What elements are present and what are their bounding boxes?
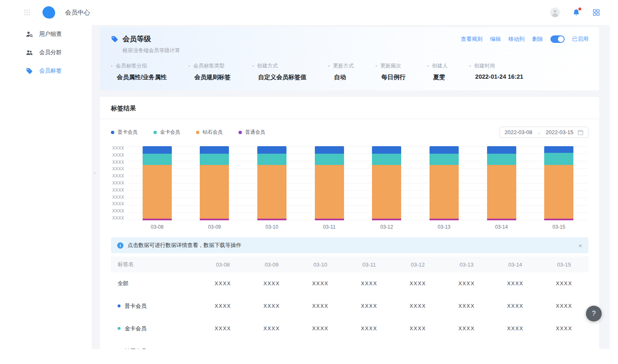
apps-grid-icon[interactable] bbox=[592, 8, 600, 17]
stacked-bar-03-13[interactable] bbox=[430, 146, 459, 220]
table-cell[interactable]: XXXX bbox=[247, 326, 296, 332]
table-cell[interactable]: XXXX bbox=[198, 326, 247, 332]
close-icon[interactable]: × bbox=[578, 242, 582, 249]
table-cell[interactable]: XXXX bbox=[345, 348, 394, 349]
bar-segment[interactable] bbox=[200, 219, 229, 220]
bar-segment[interactable] bbox=[487, 219, 516, 220]
date-range-picker[interactable]: 2022-03-08 → 2022-03-15 bbox=[500, 127, 588, 138]
table-cell[interactable]: XXXX bbox=[491, 281, 540, 287]
table-row[interactable]: 钻石会员XXXXXXXXXXXXXXXXXXXXXXXXXXXXXXXX bbox=[111, 340, 588, 349]
bar-segment[interactable] bbox=[430, 146, 459, 154]
table-cell[interactable]: XXXX bbox=[345, 326, 394, 332]
stacked-bar-03-15[interactable] bbox=[544, 146, 573, 220]
sidebar-item-user-inspect[interactable]: 用户细查 bbox=[0, 25, 92, 43]
main-content: ‹ 会员等级 查看规则编辑移动到删除 已启用 bbox=[92, 25, 610, 349]
sidebar-item-member-tag[interactable]: 会员标签 bbox=[0, 62, 92, 80]
stacked-bar-03-14[interactable] bbox=[487, 146, 516, 220]
view-rules-button[interactable]: 查看规则 bbox=[461, 35, 482, 43]
bar-segment[interactable] bbox=[143, 165, 172, 219]
bar-segment[interactable] bbox=[257, 154, 286, 165]
bar-segment[interactable] bbox=[143, 146, 172, 154]
bar-segment[interactable] bbox=[487, 165, 516, 219]
table-cell[interactable]: XXXX bbox=[540, 348, 588, 349]
bar-segment[interactable] bbox=[372, 165, 401, 219]
table-cell[interactable]: XXXX bbox=[394, 303, 442, 309]
table-cell[interactable]: XXXX bbox=[247, 281, 296, 287]
table-cell[interactable]: XXXX bbox=[247, 348, 296, 349]
bar-segment[interactable] bbox=[315, 146, 344, 154]
table-cell[interactable]: XXXX bbox=[491, 348, 540, 349]
bar-segment[interactable] bbox=[257, 165, 286, 219]
table-row[interactable]: 全部XXXXXXXXXXXXXXXXXXXXXXXXXXXXXXXX bbox=[111, 272, 588, 295]
sidebar-collapse-handle[interactable]: ‹ bbox=[92, 170, 98, 176]
bar-segment[interactable] bbox=[430, 165, 459, 219]
stacked-bar-03-12[interactable] bbox=[372, 146, 401, 220]
legend-item[interactable]: 金卡会员 bbox=[153, 129, 180, 136]
table-cell[interactable]: XXXX bbox=[296, 281, 345, 287]
table-cell[interactable]: XXXX bbox=[394, 281, 442, 287]
table-row[interactable]: 金卡会员XXXXXXXXXXXXXXXXXXXXXXXXXXXXXXXX bbox=[111, 317, 588, 340]
table-cell[interactable]: XXXX bbox=[540, 326, 588, 332]
bar-segment[interactable] bbox=[372, 154, 401, 165]
table-cell[interactable]: XXXX bbox=[296, 326, 345, 332]
table-cell[interactable]: XXXX bbox=[442, 281, 491, 287]
table-cell[interactable]: XXXX bbox=[442, 348, 491, 349]
bar-segment[interactable] bbox=[372, 146, 401, 154]
table-cell[interactable]: XXXX bbox=[345, 303, 394, 309]
bar-segment[interactable] bbox=[430, 154, 459, 165]
bar-segment[interactable] bbox=[315, 219, 344, 220]
table-cell[interactable]: XXXX bbox=[296, 303, 345, 309]
help-button[interactable]: ? bbox=[586, 306, 602, 322]
table-cell[interactable]: XXXX bbox=[345, 281, 394, 287]
bar-segment[interactable] bbox=[200, 146, 229, 154]
legend-item[interactable]: 普通会员 bbox=[239, 129, 265, 136]
stacked-bar-03-09[interactable] bbox=[200, 146, 229, 220]
bar-segment[interactable] bbox=[430, 219, 459, 220]
calendar-icon[interactable] bbox=[578, 130, 583, 135]
bar-segment[interactable] bbox=[200, 165, 229, 219]
bar-segment[interactable] bbox=[544, 146, 573, 153]
table-cell[interactable]: XXXX bbox=[394, 348, 442, 349]
bar-segment[interactable] bbox=[200, 154, 229, 165]
table-cell[interactable]: XXXX bbox=[198, 303, 247, 309]
bar-segment[interactable] bbox=[315, 165, 344, 219]
delete-button[interactable]: 删除 bbox=[532, 35, 543, 43]
bar-segment[interactable] bbox=[257, 146, 286, 154]
date-start[interactable]: 2022-03-08 bbox=[505, 129, 533, 135]
table-cell[interactable]: XXXX bbox=[442, 303, 491, 309]
bar-segment[interactable] bbox=[143, 219, 172, 220]
bar-segment[interactable] bbox=[544, 153, 573, 165]
bar-segment[interactable] bbox=[372, 219, 401, 220]
notification-bell-icon[interactable] bbox=[572, 8, 580, 17]
stacked-bar-03-10[interactable] bbox=[257, 146, 286, 220]
stacked-bar-03-11[interactable] bbox=[315, 146, 344, 220]
bar-segment[interactable] bbox=[315, 154, 344, 165]
table-cell[interactable]: XXXX bbox=[394, 326, 442, 332]
bar-segment[interactable] bbox=[143, 154, 172, 165]
move-to-button[interactable]: 移动到 bbox=[508, 35, 525, 43]
user-avatar-icon[interactable] bbox=[550, 7, 560, 18]
bar-segment[interactable] bbox=[544, 165, 573, 219]
table-cell[interactable]: XXXX bbox=[296, 348, 345, 349]
table-cell[interactable]: XXXX bbox=[198, 281, 247, 287]
sidebar-item-member-segment[interactable]: 会员分群 bbox=[0, 43, 92, 62]
date-end[interactable]: 2022-03-15 bbox=[546, 129, 574, 135]
grid-dots-icon[interactable] bbox=[23, 9, 31, 16]
table-cell[interactable]: XXXX bbox=[540, 281, 588, 287]
table-row[interactable]: 普卡会员XXXXXXXXXXXXXXXXXXXXXXXXXXXXXXXX bbox=[111, 295, 588, 317]
table-cell[interactable]: XXXX bbox=[491, 303, 540, 309]
legend-item[interactable]: 普卡会员 bbox=[111, 129, 138, 136]
bar-segment[interactable] bbox=[257, 219, 286, 220]
table-cell[interactable]: XXXX bbox=[198, 348, 247, 349]
enabled-toggle[interactable] bbox=[550, 35, 565, 43]
table-cell[interactable]: XXXX bbox=[247, 303, 296, 309]
stacked-bar-03-08[interactable] bbox=[143, 146, 172, 220]
table-cell[interactable]: XXXX bbox=[442, 326, 491, 332]
bar-segment[interactable] bbox=[487, 146, 516, 154]
table-cell[interactable]: XXXX bbox=[540, 303, 588, 309]
legend-item[interactable]: 钻石会员 bbox=[196, 129, 223, 136]
bar-segment[interactable] bbox=[544, 219, 573, 220]
table-cell[interactable]: XXXX bbox=[491, 326, 540, 332]
bar-segment[interactable] bbox=[487, 154, 516, 165]
edit-button[interactable]: 编辑 bbox=[490, 35, 501, 43]
